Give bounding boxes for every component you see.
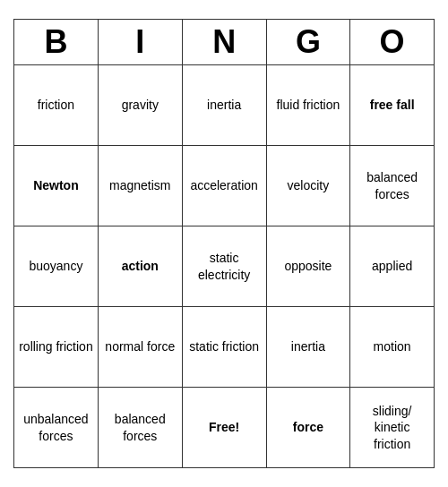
bingo-cell-1-1: magnetism <box>98 146 182 226</box>
bingo-cell-2-4: applied <box>350 226 435 307</box>
bingo-cell-1-3: velocity <box>266 146 350 226</box>
header-letter-i: I <box>98 20 182 65</box>
bingo-row-3: rolling frictionnormal forcestatic frict… <box>14 307 435 388</box>
bingo-row-4: unbalanced forcesbalanced forcesFree!for… <box>14 388 435 468</box>
bingo-cell-1-2: acceleration <box>182 146 266 226</box>
bingo-row-2: buoyancyactionstatic electricityopposite… <box>14 226 435 307</box>
header-letter-g: G <box>266 20 350 65</box>
bingo-cell-4-2: Free! <box>182 388 266 468</box>
header-letter-b: B <box>14 20 99 65</box>
bingo-cell-3-3: inertia <box>266 307 350 388</box>
bingo-cell-1-4: balanced forces <box>350 146 435 226</box>
bingo-header: BINGO <box>14 20 435 65</box>
bingo-cell-0-4: free fall <box>350 65 435 146</box>
bingo-cell-1-0: Newton <box>14 146 99 226</box>
bingo-cell-3-1: normal force <box>98 307 182 388</box>
bingo-cell-0-1: gravity <box>98 65 182 146</box>
header-letter-o: O <box>350 20 435 65</box>
bingo-cell-4-1: balanced forces <box>98 388 182 468</box>
bingo-cell-0-2: inertia <box>182 65 266 146</box>
bingo-cell-2-1: action <box>98 226 182 307</box>
bingo-cell-2-0: buoyancy <box>14 226 99 307</box>
bingo-cell-2-2: static electricity <box>182 226 266 307</box>
bingo-row-0: frictiongravityinertiafluid frictionfree… <box>14 65 435 146</box>
bingo-row-1: Newtonmagnetismaccelerationvelocitybalan… <box>14 146 435 226</box>
bingo-cell-4-0: unbalanced forces <box>14 388 99 468</box>
bingo-cell-3-0: rolling friction <box>14 307 99 388</box>
bingo-cell-0-0: friction <box>14 65 99 146</box>
bingo-cell-3-2: static friction <box>182 307 266 388</box>
bingo-cell-4-3: force <box>266 388 350 468</box>
bingo-cell-4-4: sliding/ kinetic friction <box>350 388 435 468</box>
header-letter-n: N <box>182 20 266 65</box>
bingo-cell-0-3: fluid friction <box>266 65 350 146</box>
bingo-cell-3-4: motion <box>350 307 435 388</box>
bingo-cell-2-3: opposite <box>266 226 350 307</box>
